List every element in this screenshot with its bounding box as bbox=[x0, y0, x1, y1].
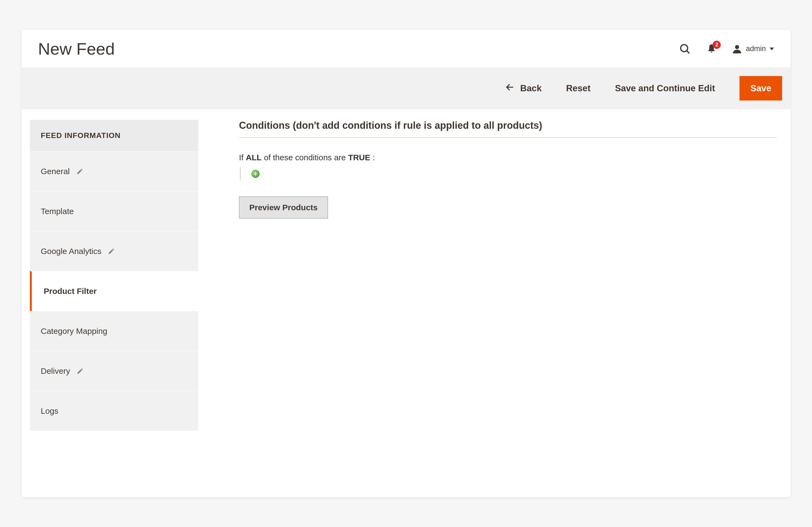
pencil-icon bbox=[76, 168, 83, 175]
sidebar-item-label: Template bbox=[41, 207, 74, 216]
svg-point-0 bbox=[681, 45, 688, 52]
sidebar-item-category-mapping[interactable]: Category Mapping bbox=[30, 311, 198, 351]
sidebar-item-label: Logs bbox=[41, 407, 58, 416]
sidebar-item-general[interactable]: General bbox=[30, 151, 198, 191]
sidebar-item-label: Google Analytics bbox=[41, 247, 101, 256]
back-label: Back bbox=[520, 83, 542, 94]
user-menu[interactable]: admin bbox=[732, 44, 774, 54]
chevron-down-icon bbox=[770, 47, 774, 50]
condition-text-suffix: : bbox=[371, 153, 375, 162]
sidebar-item-label: Product Filter bbox=[44, 287, 97, 296]
user-label: admin bbox=[746, 45, 766, 53]
reset-button[interactable]: Reset bbox=[566, 83, 590, 94]
section-title: Conditions (don't add conditions if rule… bbox=[239, 120, 777, 138]
sidebar-item-label: General bbox=[41, 167, 70, 176]
condition-aggregator[interactable]: ALL bbox=[246, 153, 262, 162]
search-icon[interactable] bbox=[679, 43, 691, 55]
header-actions: 2 admin bbox=[679, 43, 774, 55]
back-button[interactable]: Back bbox=[505, 83, 542, 94]
notifications-icon[interactable]: 2 bbox=[706, 43, 717, 54]
condition-value[interactable]: TRUE bbox=[348, 153, 371, 162]
notification-badge: 2 bbox=[713, 41, 721, 49]
sidebar-item-delivery[interactable]: Delivery bbox=[30, 351, 198, 391]
sidebar-item-logs[interactable]: Logs bbox=[30, 391, 198, 431]
save-button[interactable]: Save bbox=[739, 76, 782, 100]
preview-products-button[interactable]: Preview Products bbox=[239, 196, 328, 219]
sidebar-header: FEED INFORMATION bbox=[30, 120, 198, 151]
svg-line-1 bbox=[687, 51, 690, 53]
condition-root-line: If ALL of these conditions are TRUE : bbox=[239, 153, 777, 162]
sidebar-item-product-filter[interactable]: Product Filter bbox=[30, 271, 198, 311]
main-panel: Conditions (don't add conditions if rule… bbox=[209, 120, 782, 497]
save-continue-button[interactable]: Save and Continue Edit bbox=[615, 83, 715, 94]
condition-text-mid: of these conditions are bbox=[262, 153, 348, 162]
pencil-icon bbox=[108, 248, 115, 255]
user-icon bbox=[732, 44, 742, 54]
condition-tree bbox=[240, 168, 777, 180]
sidebar-item-label: Category Mapping bbox=[41, 327, 107, 336]
admin-window: New Feed 2 bbox=[22, 30, 790, 497]
page-header: New Feed 2 bbox=[22, 30, 790, 68]
sidebar-item-label: Delivery bbox=[41, 367, 70, 376]
pencil-icon bbox=[76, 368, 84, 375]
sidebar-item-template[interactable]: Template bbox=[30, 191, 198, 231]
arrow-left-icon bbox=[505, 83, 514, 94]
content-area: FEED INFORMATION General Template Google… bbox=[22, 109, 790, 497]
svg-point-2 bbox=[735, 45, 739, 49]
sidebar: FEED INFORMATION General Template Google… bbox=[30, 120, 198, 497]
add-condition-button[interactable] bbox=[251, 170, 260, 178]
sidebar-item-google-analytics[interactable]: Google Analytics bbox=[30, 231, 198, 271]
condition-text-prefix: If bbox=[239, 153, 246, 162]
action-bar: Back Reset Save and Continue Edit Save bbox=[22, 68, 790, 109]
page-title: New Feed bbox=[38, 39, 679, 58]
